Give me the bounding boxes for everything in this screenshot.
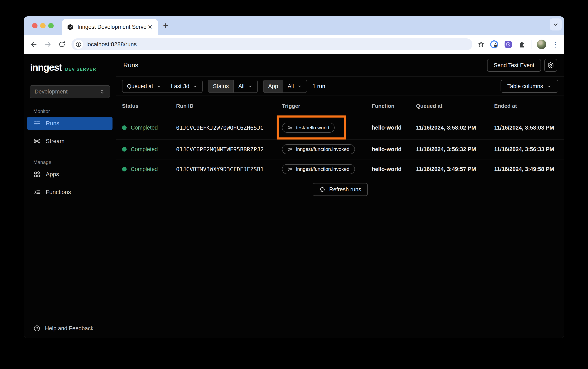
status-cell: Completed	[122, 146, 176, 153]
browser-extension-icon[interactable]	[504, 40, 513, 49]
status-text: Completed	[131, 146, 158, 153]
app-filter: App All	[263, 80, 307, 93]
address-bar[interactable]: localhost:8288/runs	[71, 38, 472, 50]
col-queued-at: Queued at	[416, 103, 494, 109]
app-filter-value: All	[288, 83, 294, 90]
url-text: localhost:8288/runs	[86, 41, 137, 48]
trigger-badge[interactable]: test/hello.world	[282, 123, 335, 133]
function-name: hello-world	[372, 146, 416, 153]
status-text: Completed	[131, 125, 158, 131]
function-name: hello-world	[372, 125, 416, 131]
status-filter-value: All	[238, 83, 244, 90]
trigger-badge[interactable]: inngest/function.invoked	[282, 164, 355, 174]
col-run-id: Run ID	[176, 103, 282, 109]
page-title: Runs	[123, 62, 138, 69]
main-content: Runs Send Test Event Queued at Last 3d	[116, 54, 564, 338]
send-test-event-button[interactable]: Send Test Event	[487, 59, 541, 72]
trigger-name: test/hello.world	[296, 125, 329, 131]
status-text: Completed	[131, 166, 158, 173]
status-completed-dot	[122, 147, 127, 152]
col-trigger: Trigger	[282, 103, 372, 109]
status-cell: Completed	[122, 125, 176, 131]
run-id: 01JCVC6PF2MQNMTWE95BBRZPJ2	[176, 146, 282, 153]
event-waves-icon	[287, 146, 293, 152]
status-filter: Status All	[208, 80, 258, 93]
new-tab-icon[interactable]: +	[163, 21, 168, 30]
app-filter-dropdown[interactable]: All	[283, 80, 307, 92]
browser-toolbar: localhost:8288/runs ⋮	[24, 35, 564, 54]
chevron-down-icon	[193, 84, 198, 89]
help-label: Help and Feedback	[45, 325, 93, 332]
password-manager-extension-icon[interactable]	[490, 40, 498, 49]
logo-row: inngest DEV SERVER	[24, 62, 116, 72]
function-name: hello-world	[372, 166, 416, 173]
chevron-down-icon	[547, 84, 552, 89]
table-row[interactable]: Completed 01JCVBTMV3WXY9D3CFDEJFZSB1 inn…	[116, 159, 564, 179]
chevron-down-icon	[248, 84, 253, 89]
sidebar: inngest DEV SERVER Development Monitor R…	[24, 54, 116, 338]
monitor-section-label: Monitor	[33, 108, 116, 114]
filter-bar: Queued at Last 3d Status All	[116, 77, 564, 96]
status-completed-dot	[122, 125, 127, 130]
sidebar-item-functions[interactable]: Functions	[27, 185, 112, 199]
ended-at: 11/16/2024, 3:56:33 PM	[494, 146, 564, 153]
sidebar-item-label: Stream	[46, 138, 64, 144]
trigger-cell: test/hello.world	[282, 123, 372, 133]
table-row[interactable]: Completed 01JCVC6PF2MQNMTWE95BBRZPJ2 inn…	[116, 140, 564, 159]
queued-at: 11/16/2024, 3:58:02 PM	[416, 125, 494, 131]
time-filter: Queued at Last 3d	[122, 80, 203, 93]
help-icon	[33, 325, 40, 332]
status-filter-dropdown[interactable]: All	[233, 80, 257, 92]
table-columns-button[interactable]: Table columns	[500, 80, 558, 93]
trigger-name: inngest/function.invoked	[296, 146, 349, 152]
tab-search-chevron-icon[interactable]	[550, 19, 562, 31]
ended-at: 11/16/2024, 3:49:58 PM	[494, 166, 564, 173]
bookmark-star-icon[interactable]	[478, 41, 484, 48]
runs-icon	[33, 120, 41, 127]
apps-icon	[33, 171, 41, 178]
trigger-badge[interactable]: inngest/function.invoked	[282, 144, 355, 154]
back-icon[interactable]	[29, 40, 38, 49]
time-range-dropdown[interactable]: Last 3d	[166, 80, 202, 92]
zoom-window-button[interactable]	[48, 23, 54, 28]
updown-chevron-icon	[99, 89, 105, 94]
ended-at: 11/16/2024, 3:58:03 PM	[494, 125, 564, 131]
sidebar-item-label: Apps	[46, 171, 59, 178]
minimize-window-button[interactable]	[40, 23, 46, 28]
time-field-dropdown[interactable]: Queued at	[122, 80, 166, 92]
sidebar-item-stream[interactable]: Stream	[27, 134, 112, 148]
refresh-row: Refresh runs	[116, 183, 564, 196]
site-info-icon[interactable]	[74, 40, 83, 49]
environment-selector-value: Development	[35, 89, 68, 95]
time-range-value: Last 3d	[171, 83, 189, 90]
settings-button[interactable]	[544, 59, 557, 72]
browser-menu-icon[interactable]: ⋮	[552, 41, 559, 48]
refresh-icon	[319, 186, 326, 193]
table-header: Status Run ID Trigger Function Queued at…	[116, 96, 564, 116]
extensions-puzzle-icon[interactable]	[518, 41, 525, 48]
header-actions: Send Test Event	[487, 59, 557, 72]
app-filter-label: App	[264, 80, 283, 92]
table-columns-label: Table columns	[507, 83, 543, 90]
help-and-feedback[interactable]: Help and Feedback	[33, 325, 93, 332]
inngest-favicon	[67, 24, 74, 31]
dev-server-badge: DEV SERVER	[65, 67, 96, 72]
event-waves-icon	[287, 125, 293, 131]
sidebar-item-runs[interactable]: Runs	[27, 117, 112, 130]
refresh-runs-button[interactable]: Refresh runs	[313, 183, 368, 196]
close-window-button[interactable]	[32, 23, 38, 28]
browser-tab[interactable]: Inngest Development Server ✕	[62, 19, 158, 35]
chevron-down-icon	[156, 84, 161, 89]
environment-selector[interactable]: Development	[30, 85, 110, 98]
profile-avatar[interactable]	[537, 40, 546, 49]
chevron-down-icon	[297, 84, 302, 89]
table-row[interactable]: Completed 01JCVC9EFKJ2W70WQHC6ZH6SJC tes…	[116, 116, 564, 140]
queued-at: 11/16/2024, 3:56:32 PM	[416, 146, 494, 153]
status-completed-dot	[122, 167, 127, 171]
tab-close-icon[interactable]: ✕	[147, 24, 153, 31]
reload-icon[interactable]	[57, 40, 67, 49]
tab-title: Inngest Development Server	[78, 24, 147, 30]
sidebar-item-apps[interactable]: Apps	[27, 168, 112, 181]
sidebar-item-label: Runs	[46, 120, 59, 127]
forward-icon[interactable]	[43, 40, 52, 49]
